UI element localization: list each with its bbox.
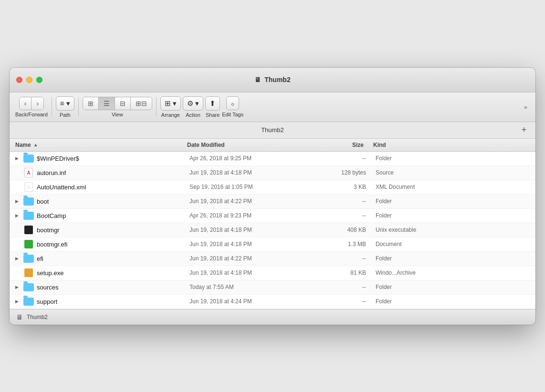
action-label: Action bbox=[186, 112, 200, 118]
minimize-button[interactable] bbox=[26, 77, 32, 83]
window-title: 🖥 Thumb2 bbox=[254, 76, 290, 83]
titlebar: 🖥 Thumb2 bbox=[10, 68, 535, 93]
list-item[interactable]: ▶supportJun 19, 2018 at 4:24 PM--Folder bbox=[10, 295, 535, 309]
view-label: View bbox=[112, 112, 123, 117]
file-size: -- bbox=[309, 255, 376, 262]
file-name: bootmgr bbox=[37, 227, 60, 234]
path-item: ≡ ▾ Path bbox=[56, 96, 74, 118]
file-date: Sep 19, 2016 at 1:05 PM bbox=[189, 184, 309, 190]
file-size: 408 KB bbox=[309, 227, 376, 233]
file-kind: Folder bbox=[376, 198, 530, 205]
back-forward-item: ‹ › Back/Forward bbox=[15, 97, 48, 117]
back-button[interactable]: ‹ bbox=[20, 97, 32, 110]
file-size: 81 KB bbox=[309, 269, 376, 276]
expand-arrow[interactable]: ▶ bbox=[15, 199, 23, 204]
bottombar-drive-icon: 🖥 bbox=[16, 313, 23, 321]
file-kind: Unix executable bbox=[376, 227, 530, 233]
file-icon bbox=[23, 254, 34, 263]
file-kind: Folder bbox=[376, 155, 530, 162]
expand-arrow[interactable]: ▶ bbox=[15, 256, 23, 261]
toolbar: ‹ › Back/Forward ≡ ▾ Path ⊞ ☰ ⊟ ⊞⊟ View bbox=[10, 93, 535, 122]
expand-arrow[interactable]: ▶ bbox=[15, 285, 23, 289]
gallery-view-button[interactable]: ⊞⊟ bbox=[131, 97, 152, 110]
file-name: support bbox=[37, 298, 57, 305]
file-icon: A bbox=[23, 168, 34, 177]
file-icon bbox=[23, 268, 34, 278]
file-icon: ◻ bbox=[23, 182, 34, 192]
list-item[interactable]: ▶sourcesToday at 7:55 AM--Folder bbox=[10, 280, 535, 295]
separator-3 bbox=[156, 97, 157, 116]
list-item[interactable]: bootmgr.efiJun 19, 2018 at 4:18 PM1.3 MB… bbox=[10, 237, 535, 252]
list-header: Name ▲ Date Modified Size Kind bbox=[10, 139, 535, 152]
path-button[interactable]: ≡ ▾ bbox=[56, 96, 74, 111]
view-item: ⊞ ☰ ⊟ ⊞⊟ View bbox=[83, 97, 152, 117]
expand-arrow[interactable]: ▶ bbox=[15, 299, 23, 304]
file-size: -- bbox=[309, 198, 376, 205]
column-view-button[interactable]: ⊟ bbox=[115, 97, 131, 110]
file-date: Apr 26, 2018 at 9:25 PM bbox=[189, 155, 309, 162]
icon-view-button[interactable]: ⊞ bbox=[83, 97, 99, 110]
separator-2 bbox=[78, 97, 79, 116]
arrange-item: ⊞ ▾ Arrange bbox=[160, 96, 181, 118]
name-column-header[interactable]: Name ▲ bbox=[15, 142, 187, 148]
file-kind: Windo...Archive bbox=[376, 269, 530, 276]
share-button[interactable]: ⬆ bbox=[205, 96, 220, 111]
list-item[interactable]: ▶efiJun 19, 2018 at 4:22 PM--Folder bbox=[10, 252, 535, 266]
expand-arrow[interactable]: ▶ bbox=[15, 213, 23, 218]
list-item[interactable]: Aautorun.infJun 19, 2018 at 4:18 PM128 b… bbox=[10, 166, 535, 180]
list-item[interactable]: setup.exeJun 19, 2018 at 4:18 PM81 KBWin… bbox=[10, 266, 535, 280]
file-size: -- bbox=[309, 284, 376, 290]
sort-arrow: ▲ bbox=[33, 142, 38, 147]
date-header-label: Date Modified bbox=[187, 142, 225, 148]
expand-arrow[interactable]: ▶ bbox=[15, 156, 23, 161]
date-column-header[interactable]: Date Modified bbox=[187, 142, 306, 148]
file-kind: Document bbox=[376, 241, 530, 248]
gear-icon: ⚙ ▾ bbox=[187, 99, 199, 108]
list-item[interactable]: bootmgrJun 19, 2018 at 4:18 PM408 KBUnix… bbox=[10, 223, 535, 237]
file-kind: Folder bbox=[376, 255, 530, 262]
maximize-button[interactable] bbox=[36, 77, 42, 83]
overflow-button[interactable]: » bbox=[522, 101, 530, 113]
file-size: -- bbox=[309, 212, 376, 219]
file-name: $WinPEDriver$ bbox=[37, 155, 79, 162]
file-date: Jun 19, 2018 at 4:18 PM bbox=[189, 169, 309, 176]
list-item[interactable]: ▶bootJun 19, 2018 at 4:22 PM--Folder bbox=[10, 195, 535, 209]
add-tab-button[interactable]: + bbox=[518, 124, 530, 136]
list-item[interactable]: ▶BootCampApr 26, 2018 at 9:23 PM--Folder bbox=[10, 209, 535, 223]
title-text: Thumb2 bbox=[264, 76, 290, 83]
forward-button[interactable]: › bbox=[31, 97, 43, 110]
pathbar: Thumb2 + bbox=[10, 122, 535, 139]
file-date: Jun 19, 2018 at 4:18 PM bbox=[189, 227, 309, 233]
separator-1 bbox=[52, 97, 52, 116]
action-item: ⚙ ▾ Action bbox=[183, 96, 203, 118]
file-date: Apr 26, 2018 at 9:23 PM bbox=[189, 212, 309, 219]
kind-header-label: Kind bbox=[373, 142, 386, 148]
path-label: Path bbox=[60, 112, 71, 118]
edit-tags-button[interactable]: ⬦ bbox=[226, 96, 239, 110]
file-size: 128 bytes bbox=[309, 169, 376, 176]
file-icon bbox=[23, 282, 34, 292]
arrange-label: Arrange bbox=[161, 112, 180, 118]
share-label: Share bbox=[206, 112, 220, 118]
kind-column-header[interactable]: Kind bbox=[373, 142, 530, 148]
file-name: autorun.inf bbox=[37, 169, 66, 176]
traffic-lights bbox=[16, 77, 42, 83]
path-icon: ≡ ▾ bbox=[60, 99, 70, 108]
finder-window: 🖥 Thumb2 ‹ › Back/Forward ≡ ▾ Path ⊞ bbox=[10, 68, 535, 325]
file-list: ▶$WinPEDriver$Apr 26, 2018 at 9:25 PM--F… bbox=[10, 152, 535, 309]
list-item[interactable]: ▶$WinPEDriver$Apr 26, 2018 at 9:25 PM--F… bbox=[10, 152, 535, 166]
file-icon bbox=[23, 239, 34, 249]
arrange-icon: ⊞ ▾ bbox=[165, 99, 177, 108]
action-button[interactable]: ⚙ ▾ bbox=[183, 96, 203, 111]
file-date: Jun 19, 2018 at 4:24 PM bbox=[189, 298, 309, 305]
size-column-header[interactable]: Size bbox=[306, 142, 373, 148]
close-button[interactable] bbox=[16, 77, 22, 83]
file-date: Today at 7:55 AM bbox=[189, 284, 309, 290]
file-name: AutoUnattend.xml bbox=[37, 184, 86, 191]
list-view-button[interactable]: ☰ bbox=[99, 97, 115, 110]
arrange-button[interactable]: ⊞ ▾ bbox=[160, 96, 181, 111]
file-date: Jun 19, 2018 at 4:22 PM bbox=[189, 198, 309, 205]
pathbar-title: Thumb2 bbox=[27, 126, 518, 134]
list-item[interactable]: ◻AutoUnattend.xmlSep 19, 2016 at 1:05 PM… bbox=[10, 180, 535, 195]
file-size: -- bbox=[309, 298, 376, 305]
